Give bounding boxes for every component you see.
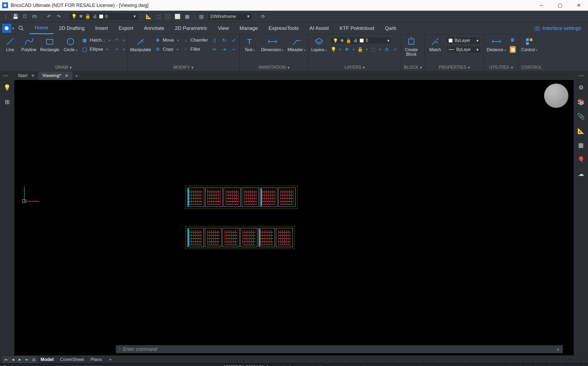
tab-qarb[interactable]: Qarb (380, 22, 401, 34)
status-toggle-1:1[interactable]: 1:1 (465, 364, 476, 366)
calculator-button[interactable]: 🖩 (510, 37, 516, 44)
tab-annotate[interactable]: Annotate (139, 22, 169, 34)
hide-icon[interactable]: ⬜ (174, 13, 181, 20)
tab-2d-parametric[interactable]: 2D Parametric (169, 22, 212, 34)
status-toggle-rt[interactable]: RT (523, 364, 533, 366)
text-button[interactable]: TText (242, 36, 257, 53)
measure-icon[interactable]: 📐 (145, 13, 152, 20)
balloon-icon[interactable]: 🎈 (577, 156, 585, 163)
polyline-button[interactable]: Polyline (21, 36, 36, 52)
layout-next-button[interactable]: ▶ (17, 356, 23, 363)
color-selector[interactable]: ByLayer▾ (446, 37, 481, 44)
isolate-icon[interactable]: ⬛ (164, 13, 172, 20)
circle-button[interactable]: Circle (63, 36, 78, 53)
app-menu-button[interactable] (2, 24, 11, 33)
attachments-icon[interactable]: 📎 (577, 113, 585, 120)
layer-lock-button[interactable]: 🔒 (357, 46, 368, 53)
panel-block-label[interactable]: BLOCK▾ (404, 64, 422, 71)
mleader-button[interactable]: Mleader (287, 36, 306, 53)
tips-icon[interactable]: 💡 (3, 84, 11, 91)
status-toggle-polar[interactable]: POLAR (380, 364, 399, 366)
close-button[interactable]: ✕ (569, 0, 588, 11)
scale-button[interactable]: ⤢ (231, 37, 237, 44)
mirror-button[interactable]: ▯ (212, 37, 218, 44)
layout-first-button[interactable]: ⏮ (3, 356, 9, 363)
match-properties-button[interactable]: Match (428, 36, 443, 52)
tab-export[interactable]: Export (113, 22, 139, 34)
panel-utilities-label[interactable]: UTILITIES▾ (487, 64, 515, 71)
panel-layers-label[interactable]: LAYERS▾ (311, 64, 398, 71)
tab-overflow-icon[interactable]: ••• (3, 74, 9, 78)
workspace-icon[interactable]: ▤ (198, 13, 205, 20)
doc-tab-viewing[interactable]: Viewing*✕ (39, 71, 73, 80)
dimension-button[interactable]: Dimension (261, 36, 284, 53)
panel-draw-label[interactable]: DRAW▾ (3, 64, 125, 71)
tab-view[interactable]: View (213, 22, 234, 34)
visual-style-selector[interactable]: 2dWireframe ▾ (207, 13, 252, 21)
status-toggle-lockui[interactable]: LOCKUI (546, 364, 566, 366)
layout-tab-plans[interactable]: Plans (87, 356, 105, 364)
tab-2d-drafting[interactable]: 2D Drafting (54, 22, 90, 34)
status-iso[interactable]: ISO-25 (293, 364, 310, 366)
status-toggle-quad[interactable]: QUAD (506, 364, 522, 366)
status-toggle-snap[interactable]: SNAP (329, 364, 345, 366)
select-icon[interactable]: ⬚ (155, 13, 162, 20)
app-menu-chevron-icon[interactable]: ▾ (12, 26, 14, 30)
status-toggle-grid[interactable]: GRID (345, 364, 361, 366)
tab-ktf-pointcloud[interactable]: KTF Pointcloud (334, 22, 380, 34)
structure-icon[interactable]: ⊞ (5, 99, 10, 106)
panel-modify-label[interactable]: MODIFY▾ (130, 64, 237, 71)
move-button[interactable]: ✥Move (155, 37, 179, 44)
status-toggle-strack[interactable]: STRACK (417, 364, 439, 366)
linetype-selector[interactable]: ByLaye▾ (446, 46, 481, 53)
refresh-icon[interactable]: ⟳ (259, 13, 267, 20)
lookfrom-widget[interactable] (544, 84, 568, 108)
close-tab-icon[interactable]: ✕ (65, 73, 68, 78)
status-toggle-none[interactable]: None (566, 364, 581, 366)
tab-overflow-right-icon[interactable]: ••• (579, 74, 584, 78)
status-menu-button[interactable]: ▾ (581, 364, 588, 366)
add-layout-button[interactable]: ＋ (105, 356, 116, 364)
sheets-icon[interactable]: 📐 (577, 127, 585, 134)
layout-last-button[interactable]: ⏭ (23, 356, 30, 363)
layer-combo[interactable]: 💡 ❄ 🔒 🖨 0 ▾ (330, 37, 392, 44)
settings-icon[interactable]: ⚙ (578, 84, 584, 91)
cloud-icon[interactable]: ☁ (578, 171, 584, 178)
ellipse-button[interactable]: ◯Ellipse (82, 46, 110, 53)
command-expand-icon[interactable]: ▲ (557, 347, 560, 351)
undo-icon[interactable]: ↶ (45, 13, 53, 20)
copy-button[interactable]: ⧉Copy (155, 46, 179, 53)
layout-prev-button[interactable]: ◀ (10, 356, 16, 363)
status-toggle-ducs[interactable]: DUCS (476, 364, 492, 366)
status-toggle-ortho[interactable]: ORTHO (361, 364, 380, 366)
layer-off-button[interactable]: 💡 (330, 46, 341, 53)
trim-button[interactable]: ✂ (212, 46, 218, 53)
layers-button[interactable]: Layers (311, 36, 327, 53)
fillet-button[interactable]: ⟋Fillet (183, 46, 208, 53)
arc-button[interactable]: ◠ (114, 37, 125, 44)
status-toggle-esnap[interactable]: ESNAP (398, 364, 417, 366)
qat-layer-selector[interactable]: 💡 ❄ 🔒 🖨 0 ▾ (69, 13, 138, 21)
status-toggle-tile[interactable]: TILE (452, 364, 465, 366)
create-block-button[interactable]: Create Block (404, 36, 419, 57)
tab-expresstools[interactable]: ExpressTools (263, 22, 304, 34)
line-button[interactable]: Line (3, 36, 18, 52)
unhide-icon[interactable]: ▦ (183, 13, 191, 20)
search-icon[interactable] (18, 25, 24, 31)
layers-panel-icon[interactable]: 📚 (577, 99, 585, 106)
tab-manage[interactable]: Manage (234, 22, 263, 34)
command-line[interactable]: : Enter command ▲ (116, 345, 563, 353)
layer-state-button[interactable]: ≣ (384, 46, 390, 53)
point-button[interactable]: • (114, 46, 125, 53)
grid-icon[interactable]: ▦ (578, 142, 584, 149)
open-icon[interactable]: 🗁 (31, 13, 38, 20)
add-tab-button[interactable]: ＋ (72, 73, 81, 79)
drawing-canvas[interactable]: : Enter command ▲ (14, 80, 574, 355)
interface-settings-button[interactable]: ▯▯ Interface settings (534, 25, 586, 31)
layout-list-button[interactable]: ▤ (30, 356, 37, 363)
stretch-button[interactable]: ↔ (231, 46, 237, 53)
manipulate-button[interactable]: Manipulate (130, 36, 151, 52)
minimize-button[interactable]: ─ (532, 0, 551, 11)
layer-match-button[interactable]: ✓ (392, 46, 398, 53)
select-similar-button[interactable]: ▦ (510, 46, 516, 53)
